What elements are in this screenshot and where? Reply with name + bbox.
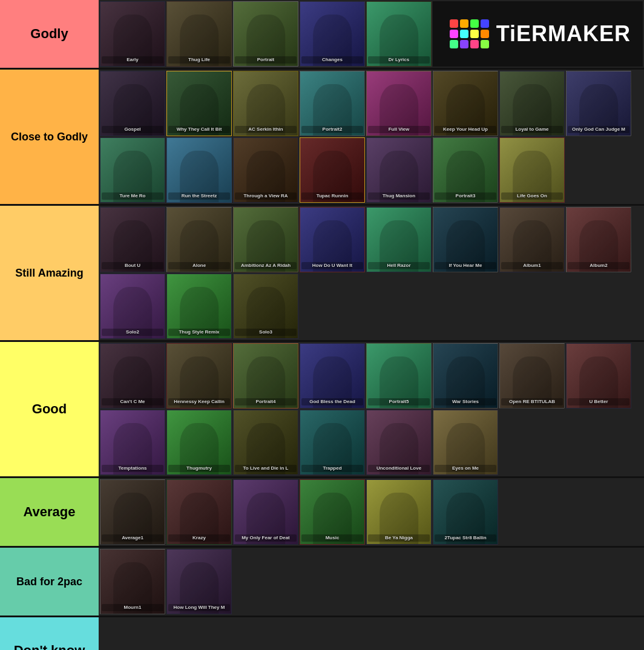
tiermaker-logo-card: TiERMAKER: [433, 1, 643, 67]
album-card[interactable]: Portrait5: [366, 343, 432, 409]
album-card[interactable]: Solo3: [233, 274, 298, 339]
album-card[interactable]: My Only Fear of Deat: [233, 479, 298, 545]
tier-row-close-to-godly: Close to GodlyGospelWhy They Call It Bit…: [0, 70, 644, 206]
album-card[interactable]: Life Goes On: [499, 137, 565, 203]
album-card[interactable]: Portrait4: [233, 343, 298, 409]
album-card[interactable]: How Long Will They M: [166, 549, 232, 614]
tiermaker-logo-text: TiERMAKER: [496, 21, 631, 47]
album-card[interactable]: Dr Lyrics: [366, 1, 432, 67]
tier-content-average: Average1KrazyMy Only Fear of DeatMusicBe…: [99, 478, 644, 546]
album-card[interactable]: 2Tupac Str8 Ballin: [433, 479, 498, 545]
tiermaker-logo-grid: [450, 19, 489, 48]
album-card[interactable]: Alone: [166, 207, 232, 272]
album-card[interactable]: Music: [300, 479, 365, 545]
album-card[interactable]: Tupac Runnin: [300, 137, 365, 203]
album-card[interactable]: Portrait: [233, 1, 298, 67]
album-card[interactable]: Full View: [366, 71, 432, 136]
album-card[interactable]: Open RE BTITULAB: [499, 343, 565, 409]
album-card[interactable]: Portrait3: [433, 137, 498, 203]
album-card[interactable]: Changes: [300, 1, 365, 67]
tier-list-app: GodlyEarlyThug LifePortraitChangesDr Lyr…: [0, 0, 644, 650]
tier-content-bad-for-2pac: Mourn1How Long Will They M: [99, 548, 644, 616]
album-card[interactable]: Portrait2: [300, 71, 365, 136]
album-card[interactable]: Run the Streetz: [166, 137, 232, 203]
album-card[interactable]: To Live and Die in L: [233, 410, 298, 475]
tier-content-still-amazing: Bout UAloneAmbitionz Az A RidahHow Do U …: [99, 206, 644, 340]
album-card[interactable]: Mourn1: [100, 549, 165, 614]
tier-row-dont-know: Don't know: [0, 617, 644, 650]
album-card[interactable]: Early: [100, 1, 165, 67]
tier-row-bad-for-2pac: Bad for 2pacMourn1How Long Will They M: [0, 548, 644, 617]
album-card[interactable]: How Do U Want It: [300, 207, 365, 272]
album-card[interactable]: Hennessy Keep Callin: [166, 343, 232, 409]
album-card[interactable]: God Bless the Dead: [300, 343, 365, 409]
album-card[interactable]: Ture Me Ro: [100, 137, 165, 203]
album-card[interactable]: Thug Style Remix: [166, 274, 232, 339]
album-card[interactable]: Thugmutry: [166, 410, 232, 475]
album-card[interactable]: If You Hear Me: [433, 207, 498, 272]
album-card[interactable]: Through a View RA: [233, 137, 298, 203]
album-card[interactable]: Loyal to Game: [499, 71, 565, 136]
album-card[interactable]: Gospel: [100, 71, 165, 136]
album-card[interactable]: Unconditional Love: [366, 410, 432, 475]
album-card[interactable]: Bout U: [100, 207, 165, 272]
album-card[interactable]: Temptations: [100, 410, 165, 475]
album-card[interactable]: Hell Razor: [366, 207, 432, 272]
album-card[interactable]: Krazy: [166, 479, 232, 545]
album-card[interactable]: Album2: [566, 207, 631, 272]
album-card[interactable]: Only God Can Judge M: [566, 71, 631, 136]
album-card[interactable]: Keep Your Head Up: [433, 71, 498, 136]
tier-label-good: Good: [0, 342, 99, 476]
album-card[interactable]: Thug Mansion: [366, 137, 432, 203]
tier-row-still-amazing: Still AmazingBout UAloneAmbitionz Az A R…: [0, 206, 644, 342]
album-card[interactable]: Solo2: [100, 274, 165, 339]
tier-label-godly: Godly: [0, 0, 99, 68]
album-card[interactable]: Eyes on Me: [433, 410, 498, 475]
album-card[interactable]: U Better: [566, 343, 631, 409]
tier-label-bad-for-2pac: Bad for 2pac: [0, 548, 99, 616]
album-card[interactable]: Trapped: [300, 410, 365, 475]
tier-row-good: GoodCan't C MeHennessy Keep CallinPortra…: [0, 342, 644, 478]
tier-label-still-amazing: Still Amazing: [0, 206, 99, 340]
tier-label-average: Average: [0, 478, 99, 546]
tier-content-godly: EarlyThug LifePortraitChangesDr LyricsTi…: [99, 0, 644, 68]
album-card[interactable]: Why They Call It Bit: [166, 71, 232, 136]
tier-label-close-to-godly: Close to Godly: [0, 70, 99, 204]
album-card[interactable]: War Stories: [433, 343, 498, 409]
album-card[interactable]: Ambitionz Az A Ridah: [233, 207, 298, 272]
album-card[interactable]: Thug Life: [166, 1, 232, 67]
album-card[interactable]: Be Ya Nigga: [366, 479, 432, 545]
tier-content-good: Can't C MeHennessy Keep CallinPortrait4G…: [99, 342, 644, 476]
tier-row-godly: GodlyEarlyThug LifePortraitChangesDr Lyr…: [0, 0, 644, 70]
tier-label-dont-know: Don't know: [0, 617, 99, 650]
album-card[interactable]: AC Serkin Ithin: [233, 71, 298, 136]
album-card[interactable]: Can't C Me: [100, 343, 165, 409]
album-card[interactable]: Album1: [499, 207, 565, 272]
tier-content-dont-know: [99, 617, 644, 650]
tier-content-close-to-godly: GospelWhy They Call It BitAC Serkin Ithi…: [99, 70, 644, 204]
tier-row-average: AverageAverage1KrazyMy Only Fear of Deat…: [0, 478, 644, 548]
album-card[interactable]: Average1: [100, 479, 165, 545]
